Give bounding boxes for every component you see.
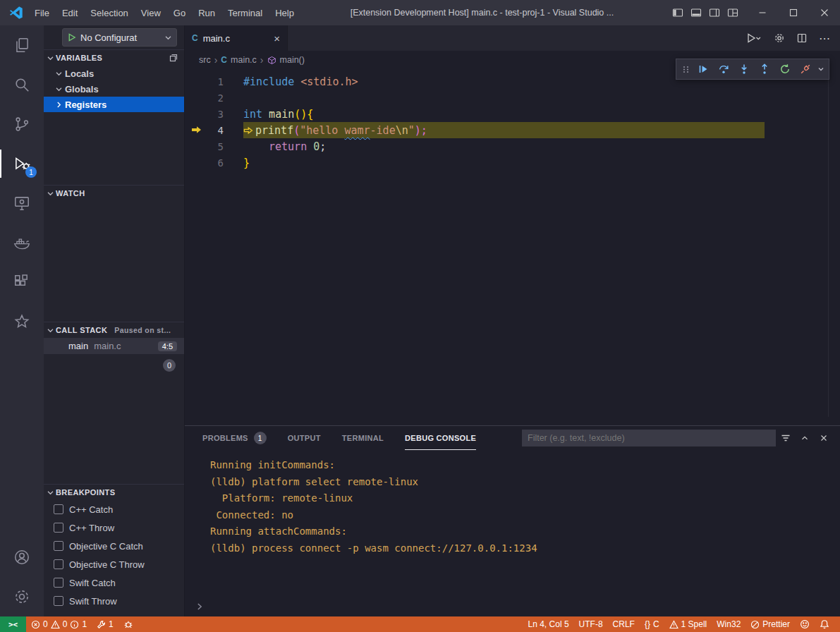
stack-frame-row[interactable]: main main.c 4:5 <box>44 338 184 354</box>
run-or-debug-button[interactable] <box>741 29 767 47</box>
menu-file[interactable]: File <box>28 0 56 25</box>
breadcrumb-dir[interactable]: src <box>199 55 211 65</box>
tab-terminal[interactable]: TERMINAL <box>342 427 384 450</box>
variables-globals[interactable]: Globals <box>44 81 184 97</box>
maximize-panel-button[interactable] <box>795 429 814 447</box>
breakpoint-label: C++ Throw <box>69 523 114 533</box>
step-into-button[interactable] <box>734 60 753 78</box>
breakpoint-row[interactable]: Objective C Catch <box>44 537 184 555</box>
tab-main-c[interactable]: C main.c × <box>185 25 288 51</box>
start-debug-icon[interactable] <box>67 32 76 42</box>
debug-session-dropdown[interactable] <box>816 60 826 78</box>
inline-breakpoint-icon[interactable] <box>243 126 253 135</box>
feedback-button[interactable] <box>795 616 815 632</box>
formatter-status[interactable]: Prettier <box>745 616 795 632</box>
line-number-gutter[interactable]: 6 <box>185 154 243 171</box>
breakpoint-row[interactable]: C++ Catch <box>44 500 184 518</box>
menu-edit[interactable]: Edit <box>56 0 84 25</box>
debug-console-output[interactable]: Running initCommands: (lldb) platform se… <box>185 450 840 616</box>
menu-view[interactable]: View <box>135 0 167 25</box>
remote-indicator[interactable]: >< <box>0 616 26 632</box>
split-editor-button[interactable] <box>792 29 812 47</box>
activity-docker[interactable] <box>0 223 44 262</box>
line-number-gutter[interactable]: 4 <box>185 122 243 138</box>
activity-remote-explorer[interactable] <box>0 183 44 223</box>
line-number-gutter[interactable]: 5 <box>185 138 243 154</box>
activity-run-debug[interactable]: 1 <box>0 144 44 183</box>
eol-status[interactable]: CRLF <box>608 616 640 632</box>
tab-problems[interactable]: PROBLEMS 1 <box>202 427 267 450</box>
toolchain-status[interactable]: 1 <box>92 616 118 632</box>
breakpoints-header[interactable]: BREAKPOINTS <box>44 485 184 500</box>
menu-go[interactable]: Go <box>167 0 192 25</box>
breakpoint-row[interactable]: Swift Throw <box>44 592 184 610</box>
variables-registers[interactable]: Registers <box>44 97 184 112</box>
disconnect-button[interactable] <box>796 60 815 78</box>
breakpoint-checkbox[interactable] <box>54 559 63 569</box>
console-filter-input[interactable] <box>522 430 776 446</box>
activity-extensions[interactable] <box>0 262 44 302</box>
breakpoint-row[interactable]: Swift Catch <box>44 573 184 592</box>
activity-explorer[interactable] <box>0 25 44 65</box>
breakpoint-checkbox[interactable] <box>54 596 63 606</box>
activity-search[interactable] <box>0 65 44 104</box>
close-panel-button[interactable] <box>814 429 833 447</box>
more-actions-button[interactable]: ⋯ <box>815 29 834 47</box>
menu-selection[interactable]: Selection <box>84 0 134 25</box>
step-out-button[interactable] <box>755 60 774 78</box>
activity-favorites[interactable] <box>0 302 44 341</box>
collapse-all-icon[interactable] <box>169 53 178 63</box>
breakpoint-checkbox[interactable] <box>54 523 63 533</box>
code-editor[interactable]: 1 #include <stdio.h> 2 3 int main(){ 4 p… <box>185 69 840 425</box>
activity-accounts[interactable] <box>0 537 44 577</box>
menu-run[interactable]: Run <box>192 0 221 25</box>
line-number-gutter[interactable]: 2 <box>185 90 243 106</box>
toggle-sidebar-icon[interactable] <box>672 7 683 18</box>
menu-help[interactable]: Help <box>269 0 300 25</box>
close-window-button[interactable] <box>809 0 840 25</box>
watch-header[interactable]: WATCH <box>44 186 184 201</box>
line-number-gutter[interactable]: 3 <box>185 106 243 122</box>
tab-output[interactable]: OUTPUT <box>288 427 321 450</box>
breakpoint-row[interactable]: Objective C Throw <box>44 555 184 573</box>
variables-locals[interactable]: Locals <box>44 66 184 81</box>
language-mode[interactable]: {} C <box>640 616 664 632</box>
console-input-prompt[interactable] <box>195 602 205 612</box>
platform-status[interactable]: Win32 <box>712 616 745 632</box>
line-number: 3 <box>218 109 224 120</box>
debug-status[interactable] <box>118 616 138 632</box>
breakpoint-checkbox[interactable] <box>54 541 63 551</box>
continue-button[interactable] <box>693 60 712 78</box>
spell-checker-status[interactable]: 1 Spell <box>664 616 712 632</box>
tab-debug-console[interactable]: DEBUG CONSOLE <box>405 427 476 450</box>
breadcrumb-symbol[interactable]: main() <box>280 55 305 65</box>
variables-header[interactable]: VARIABLES <box>44 50 184 66</box>
line-number-gutter[interactable]: 1 <box>185 73 243 90</box>
toggle-panel-icon[interactable] <box>690 7 702 18</box>
toolbar-drag-handle[interactable] <box>679 63 692 75</box>
step-over-button[interactable] <box>714 60 733 78</box>
breakpoint-checkbox[interactable] <box>54 578 63 588</box>
activity-settings[interactable] <box>0 577 44 616</box>
close-tab-icon[interactable]: × <box>274 32 280 44</box>
filter-options-button[interactable] <box>776 429 795 447</box>
breakpoint-row[interactable]: C++ Throw <box>44 518 184 537</box>
configure-button[interactable] <box>769 29 789 47</box>
tab-label: main.c <box>203 33 230 44</box>
problems-status[interactable]: 0 0 1 <box>26 616 92 632</box>
titlebar: File Edit Selection View Go Run Terminal… <box>0 0 840 25</box>
restart-button[interactable] <box>775 60 794 78</box>
toggle-secondary-sidebar-icon[interactable] <box>709 7 720 18</box>
breakpoint-checkbox[interactable] <box>54 504 63 514</box>
activity-source-control[interactable] <box>0 104 44 144</box>
breadcrumb-file[interactable]: main.c <box>231 55 257 65</box>
maximize-button[interactable] <box>778 0 809 25</box>
customize-layout-icon[interactable] <box>727 7 738 18</box>
minimize-button[interactable] <box>747 0 778 25</box>
menu-terminal[interactable]: Terminal <box>221 0 269 25</box>
encoding-status[interactable]: UTF-8 <box>574 616 608 632</box>
notifications-button[interactable] <box>815 616 834 632</box>
launch-config-dropdown[interactable]: No Configurat <box>62 28 177 47</box>
cursor-position[interactable]: Ln 4, Col 5 <box>523 616 574 632</box>
call-stack-header[interactable]: CALL STACK Paused on st... <box>44 322 184 338</box>
